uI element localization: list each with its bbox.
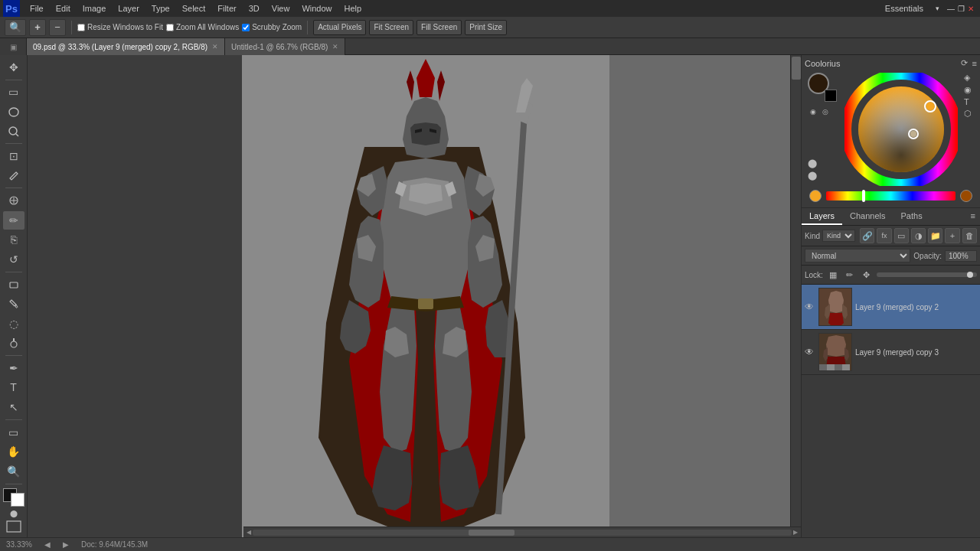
screen-mode-icon[interactable] bbox=[6, 520, 21, 534]
menu-image[interactable]: Image bbox=[77, 2, 112, 15]
lock-pixels-btn[interactable]: ▦ bbox=[826, 268, 840, 282]
color-preview-swatches[interactable] bbox=[808, 73, 838, 103]
color-right-icon-4[interactable]: ⬡ bbox=[964, 109, 972, 119]
close-btn[interactable]: ✕ bbox=[968, 5, 974, 13]
kind-select[interactable]: Kind bbox=[822, 230, 855, 242]
tab-paths[interactable]: Paths bbox=[893, 208, 930, 225]
hue-strip[interactable] bbox=[826, 191, 956, 201]
adjustment-btn[interactable]: ◑ bbox=[911, 228, 926, 243]
background-color[interactable] bbox=[11, 493, 24, 507]
color-right-icon-3[interactable]: T bbox=[964, 97, 972, 106]
scroll-left-btn[interactable]: ◀ bbox=[245, 529, 253, 536]
layer-item-0[interactable]: 👁 Layer 9 (merged) copy 2 bbox=[802, 285, 980, 330]
marquee-tool[interactable]: ▭ bbox=[3, 83, 24, 101]
tab-untitled[interactable]: Untitled-1 @ 66.7% (RGB/8) ✕ bbox=[225, 38, 345, 55]
tab-channels[interactable]: Channels bbox=[842, 208, 893, 225]
canvas-wrapper[interactable]: cgpersia always number one 🔷人人素材 www.rrs… bbox=[242, 55, 801, 537]
clone-stamp-tool[interactable]: ⎘ bbox=[3, 231, 24, 249]
layer-0-visibility[interactable]: 👁 bbox=[805, 302, 815, 312]
menu-3d[interactable]: 3D bbox=[243, 2, 265, 15]
history-brush-tool[interactable]: ↺ bbox=[3, 250, 24, 269]
fill-screen-btn[interactable]: Fill Screen bbox=[416, 20, 462, 35]
healing-brush-tool[interactable] bbox=[3, 191, 24, 210]
zoom-tool-toolbox[interactable]: 🔍 bbox=[3, 462, 24, 481]
menu-filter[interactable]: Filter bbox=[212, 2, 241, 15]
opacity-input[interactable] bbox=[945, 250, 977, 262]
secondary-color-square[interactable] bbox=[825, 90, 837, 102]
colorius-tool-1[interactable]: ⟳ bbox=[961, 58, 968, 68]
folder-btn[interactable]: 📁 bbox=[928, 228, 942, 243]
color-icon-1[interactable]: ⬤ bbox=[808, 158, 838, 168]
tab-09psd-close[interactable]: ✕ bbox=[212, 43, 218, 51]
brush-tool[interactable]: ✏ bbox=[3, 211, 24, 230]
fill-slider-thumb[interactable] bbox=[967, 272, 973, 278]
lock-move-btn[interactable]: ✥ bbox=[860, 268, 874, 282]
tab-09psd[interactable]: 09.psd @ 33.3% (Layer 9 (merged) copy 2,… bbox=[27, 38, 225, 55]
color-wheel-container[interactable] bbox=[844, 73, 958, 186]
menu-edit[interactable]: Edit bbox=[51, 2, 76, 15]
fit-screen-btn[interactable]: Fit Screen bbox=[369, 20, 413, 35]
blend-mode-select[interactable]: Normal bbox=[805, 249, 910, 262]
hand-tool[interactable]: ✋ bbox=[3, 442, 24, 461]
workspace-dropdown[interactable]: ▾ bbox=[930, 3, 945, 14]
nav-prev[interactable]: ◀ bbox=[44, 540, 51, 549]
scroll-right-btn[interactable]: ▶ bbox=[792, 529, 799, 536]
path-select-tool[interactable]: ↖ bbox=[3, 398, 24, 416]
quick-mask-icon[interactable]: ⬤ bbox=[10, 510, 18, 517]
shape-tool[interactable]: ▭ bbox=[3, 423, 24, 442]
move-tool[interactable]: ✥ bbox=[3, 58, 24, 77]
zoom-tool-icon[interactable]: 🔍 bbox=[5, 19, 26, 36]
menu-layer[interactable]: Layer bbox=[113, 2, 145, 15]
tab-layers[interactable]: Layers bbox=[802, 208, 842, 225]
blur-tool[interactable]: ◌ bbox=[3, 315, 24, 333]
eyedropper-icon-1[interactable]: ◉ bbox=[808, 106, 818, 117]
link-layers-btn[interactable]: 🔗 bbox=[860, 228, 874, 243]
resize-windows-checkbox[interactable]: Resize Windows to Fit bbox=[77, 23, 163, 31]
menu-select[interactable]: Select bbox=[177, 2, 211, 15]
restore-btn[interactable]: ❐ bbox=[958, 5, 965, 13]
layers-panel-menu[interactable]: ≡ bbox=[966, 208, 980, 225]
color-right-icon-2[interactable]: ◉ bbox=[964, 85, 972, 95]
zoom-out-btn[interactable]: − bbox=[49, 19, 66, 36]
lasso-tool[interactable] bbox=[3, 103, 24, 121]
eyedropper-tool[interactable] bbox=[3, 167, 24, 185]
menu-window[interactable]: Window bbox=[296, 2, 337, 15]
paint-bucket-tool[interactable] bbox=[3, 295, 24, 313]
zoom-all-windows-checkbox[interactable]: Zoom All Windows bbox=[166, 23, 239, 31]
minimize-btn[interactable]: — bbox=[947, 5, 955, 13]
scrubby-zoom-input[interactable] bbox=[242, 24, 250, 31]
layer-item-1[interactable]: 👁 bbox=[802, 330, 980, 375]
resize-windows-input[interactable] bbox=[77, 24, 85, 31]
eyedropper-icon-2[interactable]: ◎ bbox=[820, 106, 831, 117]
color-icon-2[interactable]: ⬤ bbox=[808, 171, 838, 181]
pen-tool[interactable]: ✒ bbox=[3, 359, 24, 377]
dodge-tool[interactable] bbox=[3, 334, 24, 353]
colorius-menu[interactable]: ≡ bbox=[972, 59, 977, 68]
layer-1-visibility[interactable]: 👁 bbox=[805, 347, 815, 357]
horizontal-scrollbar[interactable]: ◀ ▶ bbox=[243, 527, 801, 537]
v-scroll-thumb[interactable] bbox=[792, 57, 801, 80]
canvas-area[interactable]: cgpersia always number one 🔷人人素材 www.rrs… bbox=[28, 55, 801, 537]
scrubby-zoom-checkbox[interactable]: Scrubby Zoom bbox=[242, 23, 302, 31]
text-tool[interactable]: T bbox=[3, 379, 24, 397]
color-right-icon-1[interactable]: ◈ bbox=[964, 73, 972, 83]
quick-select-tool[interactable] bbox=[3, 122, 24, 141]
orange-color-dot[interactable] bbox=[809, 190, 822, 202]
mask-btn[interactable]: ▭ bbox=[894, 228, 909, 243]
menu-file[interactable]: File bbox=[24, 2, 49, 15]
delete-layer-btn[interactable]: 🗑 bbox=[962, 228, 977, 243]
fill-slider[interactable] bbox=[877, 272, 977, 277]
fx-btn[interactable]: fx bbox=[877, 228, 891, 243]
nav-next[interactable]: ▶ bbox=[63, 540, 69, 549]
crop-tool[interactable]: ⊡ bbox=[3, 147, 24, 165]
new-layer-btn[interactable]: + bbox=[945, 228, 959, 243]
h-scroll-thumb[interactable] bbox=[469, 530, 514, 536]
brown-color-dot[interactable] bbox=[960, 190, 972, 202]
panel-toggle[interactable]: ▣ bbox=[10, 43, 17, 51]
vertical-scrollbar[interactable] bbox=[790, 55, 801, 527]
zoom-in-btn[interactable]: + bbox=[29, 19, 46, 36]
menu-help[interactable]: Help bbox=[339, 2, 368, 15]
zoom-all-windows-input[interactable] bbox=[166, 24, 174, 31]
tab-untitled-close[interactable]: ✕ bbox=[332, 43, 338, 51]
hue-strip-thumb[interactable] bbox=[862, 190, 865, 202]
